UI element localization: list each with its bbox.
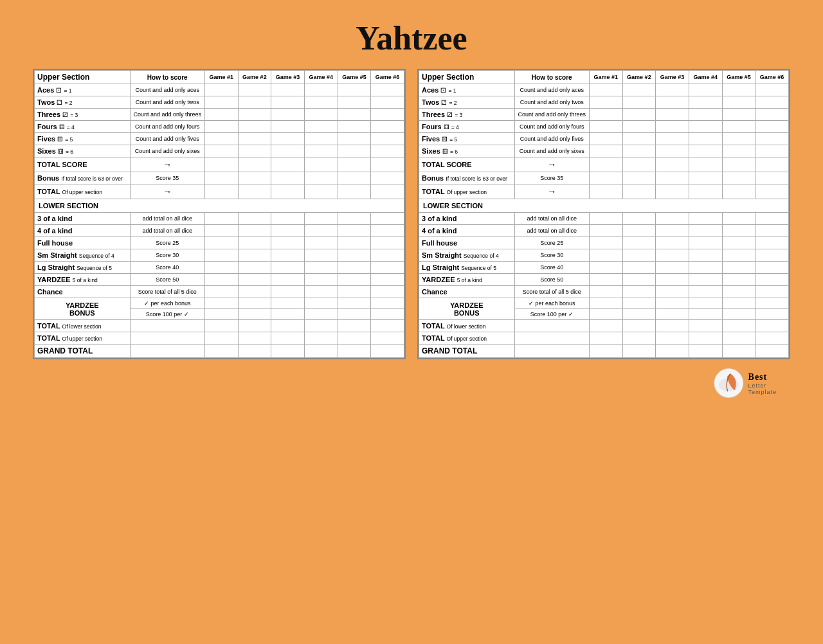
total-lower-row-1: TOTAL Of lower section [35, 320, 404, 332]
page-title: Yahtzee [356, 19, 467, 57]
table-row: Chance Score total of all 5 dice [35, 286, 404, 298]
table-row: Sm Straight Sequence of 4 Score 30 [35, 249, 404, 262]
table-row: Twos ⚁ = 2 Count and add only twos [35, 96, 404, 109]
table-row: Fours ⚃ = 4 Count and add only fours [35, 121, 404, 133]
bottom-section: Best Letter Template [13, 366, 810, 401]
bonus-row-1: Bonus If total score is 63 or over Score… [35, 172, 404, 184]
table-row: Sixes ⚅ = 6 Count and add only sixes [419, 145, 789, 157]
table-row: YARDZEE 5 of a kind Score 50 [419, 274, 789, 286]
total-upper-row-2: TOTAL Of upper section → [419, 184, 789, 199]
lower-section-header-row-1: LOWER SECTION [35, 199, 404, 213]
grand-total-row-1: GRAND TOTAL [35, 344, 404, 358]
table-row: 4 of a kind add total on all dice [419, 225, 789, 237]
how-to-score-header-1: How to score [130, 71, 204, 84]
table-row: 3 of a kind add total on all dice [419, 213, 789, 225]
game4-header-2: Game #4 [689, 71, 722, 84]
table-row: Threes ⚂ = 3 Count and add only threes [419, 109, 789, 121]
table-row: Sixes ⚅ = 6 Count and add only sixes [35, 145, 404, 157]
game4-header-1: Game #4 [304, 71, 338, 84]
grand-total-row-2: GRAND TOTAL [419, 344, 789, 358]
table-row: Fives ⚄ = 5 Count and add only fives [419, 133, 789, 145]
table-row: Lg Straight Sequence of 5 Score 40 [35, 262, 404, 274]
game2-header-1: Game #2 [238, 71, 271, 84]
game1-header-2: Game #1 [589, 71, 622, 84]
total-lower-row-2: TOTAL Of lower section [419, 320, 789, 332]
bonus-row-2: Bonus If total score is 63 or over Score… [419, 172, 789, 184]
brand-subtitle: Letter Template [748, 382, 791, 395]
total-score-row-2: TOTAL SCORE → [419, 157, 789, 172]
total-upper2-row-2: TOTAL Of upper section [419, 332, 789, 344]
game5-header-1: Game #5 [338, 71, 371, 84]
total-score-row-1: TOTAL SCORE → [35, 157, 404, 172]
table-row: Twos ⚁ = 2 Count and add only twos [419, 96, 789, 109]
how-to-score-header-2: How to score [514, 71, 589, 84]
table-row: Chance Score total of all 5 dice [419, 286, 789, 298]
scorecard-1: Upper Section How to score Game #1 Game … [33, 69, 406, 359]
game3-header-2: Game #3 [656, 71, 689, 84]
scorecard-2: Upper Section How to score Game #1 Game … [417, 69, 790, 359]
brand-box: Best Letter Template [714, 366, 791, 401]
game6-header-2: Game #6 [755, 71, 789, 84]
table-row: Fives ⚄ = 5 Count and add only fives [35, 133, 404, 145]
table-row: Threes ⚂ = 3 Count and add only threes [35, 109, 404, 121]
upper-section-header-2: Upper Section [419, 71, 515, 84]
game5-header-2: Game #5 [722, 71, 755, 84]
yardzee-bonus-row-1: YARDZEEBONUS ✓ per each bonus [35, 298, 404, 309]
lower-section-header-row-2: LOWER SECTION [419, 199, 789, 213]
table-row: Full house Score 25 [419, 237, 789, 249]
brand-icon [714, 366, 745, 401]
table-row: Aces ⚀ = 1 Count and add only aces [419, 84, 789, 96]
game2-header-2: Game #2 [622, 71, 656, 84]
scorecard-container: Upper Section How to score Game #1 Game … [13, 69, 810, 359]
table-row: Full house Score 25 [35, 237, 404, 249]
upper-section-header-1: Upper Section [35, 71, 131, 84]
table-row: Aces ⚀ = 1 Count and add only aces [35, 84, 404, 96]
brand-name: Best [748, 372, 791, 382]
total-upper2-row-1: TOTAL Of upper section [35, 332, 404, 344]
table-row: 3 of a kind add total on all dice [35, 213, 404, 225]
yardzee-bonus-row-2: YARDZEEBONUS ✓ per each bonus [419, 298, 789, 309]
total-upper-row-1: TOTAL Of upper section → [35, 184, 404, 199]
table-row: Fours ⚃ = 4 Count and add only fours [419, 121, 789, 133]
game6-header-1: Game #6 [371, 71, 404, 84]
table-row: Sm Straight Sequence of 4 Score 30 [419, 249, 789, 262]
table-row: Lg Straight Sequence of 5 Score 40 [419, 262, 789, 274]
table-row: 4 of a kind add total on all dice [35, 225, 404, 237]
game3-header-1: Game #3 [271, 71, 305, 84]
table-row: YARDZEE 5 of a kind Score 50 [35, 274, 404, 286]
game1-header-1: Game #1 [204, 71, 238, 84]
